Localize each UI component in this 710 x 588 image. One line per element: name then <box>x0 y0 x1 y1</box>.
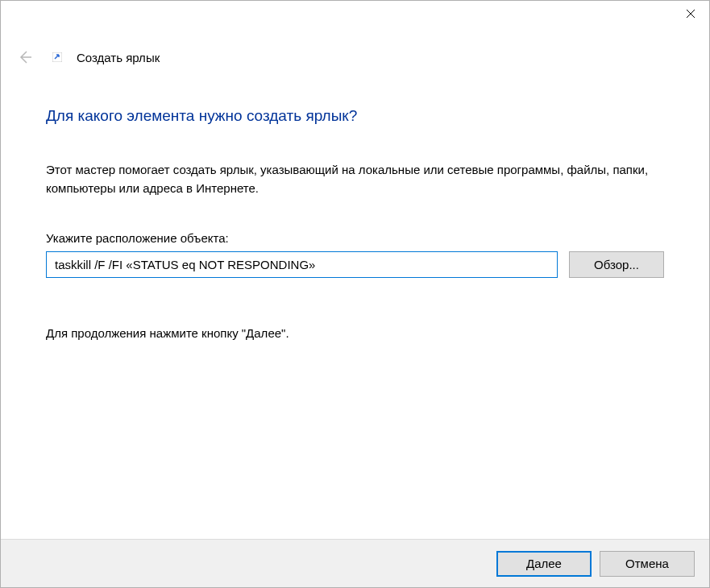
close-button[interactable] <box>672 1 709 27</box>
continue-instruction: Для продолжения нажмите кнопку "Далее". <box>46 326 664 340</box>
dialog-footer: Далее Отмена <box>1 539 709 587</box>
page-description: Этот мастер помогает создать ярлык, указ… <box>46 161 664 197</box>
titlebar <box>1 1 709 33</box>
close-icon <box>686 9 695 19</box>
back-arrow-icon <box>17 49 33 65</box>
header-row: Создать ярлык <box>1 33 709 67</box>
next-button[interactable]: Далее <box>496 551 592 577</box>
shortcut-icon <box>51 51 64 64</box>
wizard-content: Для какого элемента нужно создать ярлык?… <box>1 67 709 539</box>
wizard-title: Создать ярлык <box>77 51 160 64</box>
browse-button[interactable]: Обзор... <box>569 251 664 278</box>
create-shortcut-dialog: Создать ярлык Для какого элемента нужно … <box>0 0 710 588</box>
location-row: Обзор... <box>46 251 664 278</box>
back-button <box>15 48 35 67</box>
location-input[interactable] <box>46 251 558 278</box>
page-heading: Для какого элемента нужно создать ярлык? <box>46 107 664 125</box>
cancel-button[interactable]: Отмена <box>600 551 695 577</box>
location-label: Укажите расположение объекта: <box>46 231 664 245</box>
